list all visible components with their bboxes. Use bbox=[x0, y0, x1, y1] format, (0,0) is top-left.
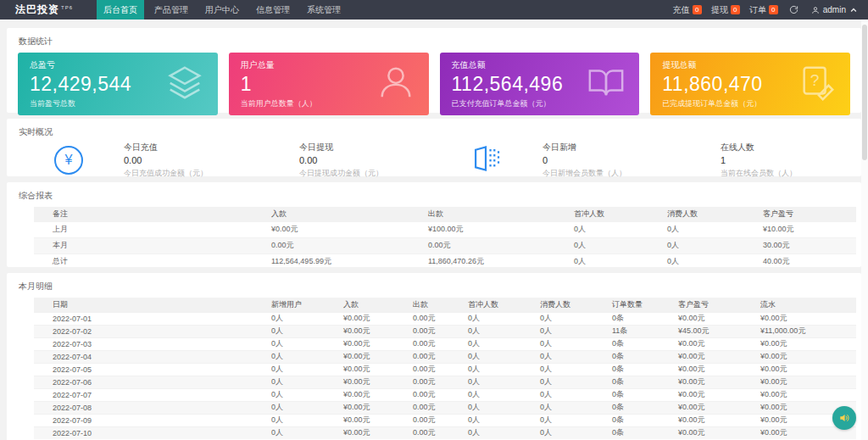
orders-label: 订单 bbox=[749, 4, 766, 16]
table-cell: ¥0.00元 bbox=[325, 337, 394, 350]
table-row: 2022-07-090人¥0.00元0.00元0人0人0条¥0.00元¥0.00… bbox=[34, 414, 856, 426]
table-cell: 0人 bbox=[253, 312, 325, 325]
table-cell: 2022-07-10 bbox=[34, 426, 253, 439]
table-cell: 0人 bbox=[253, 426, 325, 439]
orders-shortcut[interactable]: 订单 0 bbox=[749, 4, 778, 16]
app-logo-text: 法巴投资 bbox=[15, 3, 59, 17]
user-icon bbox=[376, 63, 415, 105]
online-members-stat: 在线人数 1 当前在线会员数（人） bbox=[721, 142, 858, 179]
nav-item-dashboard[interactable]: 后台首页 bbox=[97, 0, 144, 19]
table-cell: 0条 bbox=[593, 363, 659, 376]
column-header: 消费人数 bbox=[648, 207, 744, 221]
table-cell: ¥0.00元 bbox=[325, 426, 394, 439]
column-header: 首冲人数 bbox=[555, 207, 648, 221]
main-menu: 后台首页 产品管理 用户中心 信息管理 系统管理 bbox=[95, 0, 349, 19]
monthly-detail-panel: 本月明细 日期新增用户入款出款首冲人数消费人数订单数量客户盈亏流水 2022-0… bbox=[7, 273, 861, 440]
table-cell: 0人 bbox=[449, 312, 521, 325]
scrollbar[interactable] bbox=[861, 19, 868, 440]
table-cell: 0人 bbox=[253, 376, 325, 388]
layers-icon bbox=[165, 63, 204, 105]
table-cell: ¥0.00元 bbox=[325, 376, 394, 388]
table-cell: 2022-07-07 bbox=[34, 388, 253, 401]
announcement-float-button[interactable] bbox=[832, 406, 856, 430]
column-header: 消费人数 bbox=[521, 298, 593, 312]
table-cell: 0人 bbox=[253, 363, 325, 376]
table-cell: 2022-07-04 bbox=[34, 350, 253, 363]
table-cell: 0人 bbox=[521, 414, 593, 426]
stat-label: 今日充值 bbox=[124, 142, 259, 153]
table-cell: 0人 bbox=[449, 363, 521, 376]
summary-report-panel: 综合报表 备注入款出款首冲人数消费人数客户盈亏 上月¥0.00元¥100.00元… bbox=[7, 182, 861, 267]
table-cell: ¥45.00元 bbox=[659, 325, 742, 337]
realtime-title: 实时概况 bbox=[7, 119, 861, 138]
table-cell: ¥0.00元 bbox=[742, 388, 856, 401]
table-cell: 0.00元 bbox=[394, 363, 449, 376]
table-cell: 0条 bbox=[593, 376, 659, 388]
table-cell: ¥11,000.00元 bbox=[742, 325, 856, 337]
scrollbar-thumb[interactable] bbox=[862, 25, 867, 160]
column-header: 入款 bbox=[253, 207, 409, 221]
withdraw-total-card[interactable]: 提现总额 11,860,470 已完成提现订单总金额（元） ? bbox=[650, 53, 850, 115]
table-cell: 0人 bbox=[521, 388, 593, 401]
table-cell: 0.00元 bbox=[394, 414, 449, 426]
column-header: 日期 bbox=[34, 298, 253, 312]
table-row: 2022-07-100人¥0.00元0.00元0人0人0条¥0.00元¥0.00… bbox=[34, 426, 856, 439]
table-cell: ¥0.00元 bbox=[325, 388, 394, 401]
table-row: 2022-07-060人¥0.00元0.00元0人0人0条¥0.00元¥0.00… bbox=[34, 376, 856, 388]
stat-value: 0.00 bbox=[124, 155, 259, 165]
table-row: 2022-07-040人¥0.00元0.00元0人0人0条¥0.00元¥0.00… bbox=[34, 350, 856, 363]
refresh-icon[interactable] bbox=[789, 5, 798, 14]
table-cell: ¥0.00元 bbox=[742, 350, 856, 363]
column-header: 订单数量 bbox=[593, 298, 659, 312]
table-cell: ¥0.00元 bbox=[659, 376, 742, 388]
speaker-icon bbox=[838, 412, 850, 424]
table-cell: 本月 bbox=[34, 237, 253, 253]
user-menu[interactable]: admin bbox=[811, 5, 858, 14]
table-cell: 0人 bbox=[253, 388, 325, 401]
withdraw-shortcut[interactable]: 提现 0 bbox=[711, 4, 740, 16]
table-cell: ¥0.00元 bbox=[659, 350, 742, 363]
table-cell: 0人 bbox=[521, 325, 593, 337]
recharge-label: 充值 bbox=[673, 4, 690, 16]
stat-desc: 当前在线会员数（人） bbox=[721, 168, 858, 179]
column-header: 流水 bbox=[742, 298, 856, 312]
nav-item-users[interactable]: 用户中心 bbox=[198, 0, 246, 19]
table-cell: 0人 bbox=[253, 401, 325, 414]
table-cell: 0人 bbox=[253, 350, 325, 363]
yen-circle-icon: ¥ bbox=[54, 146, 83, 175]
table-cell: 0人 bbox=[521, 312, 593, 325]
nav-item-products[interactable]: 产品管理 bbox=[147, 0, 195, 19]
table-cell: ¥0.00元 bbox=[325, 325, 394, 337]
stat-desc: 今日充值成功金额（元） bbox=[124, 168, 259, 179]
realtime-row: ¥ 今日充值 0.00 今日充值成功金额（元） 今日提现 0.00 今日提现成功… bbox=[7, 142, 861, 179]
table-cell: 0人 bbox=[253, 325, 325, 337]
table-cell: ¥0.00元 bbox=[659, 414, 742, 426]
stat-cards-row: 总盈亏 12,429,544 当前盈亏总数 用户总量 1 当前用户总数量（人） … bbox=[14, 47, 861, 115]
column-header: 客户盈亏 bbox=[659, 298, 742, 312]
realtime-money-group: ¥ 今日充值 0.00 今日充值成功金额（元） 今日提现 0.00 今日提现成功… bbox=[7, 142, 434, 179]
user-total-card[interactable]: 用户总量 1 当前用户总数量（人） bbox=[229, 53, 429, 115]
nav-item-system[interactable]: 系统管理 bbox=[300, 0, 348, 19]
table-header-row: 备注入款出款首冲人数消费人数客户盈亏 bbox=[34, 207, 856, 221]
app-logo[interactable]: 法巴投资TP6 bbox=[0, 0, 95, 19]
orders-count-badge: 0 bbox=[769, 5, 778, 14]
recharge-total-card[interactable]: 充值总额 112,564,496 已支付充值订单总金额（元） bbox=[440, 53, 640, 115]
table-cell: 0人 bbox=[253, 337, 325, 350]
table-cell: 总计 bbox=[34, 253, 253, 270]
table-cell: 0条 bbox=[593, 414, 659, 426]
today-new-members-stat: 今日新增 0 今日新增会员数量（人） bbox=[542, 142, 680, 179]
summary-report-title: 综合报表 bbox=[7, 182, 861, 202]
recharge-shortcut[interactable]: 充值 0 bbox=[673, 4, 702, 16]
table-header-row: 日期新增用户入款出款首冲人数消费人数订单数量客户盈亏流水 bbox=[34, 298, 856, 312]
table-cell: 0人 bbox=[449, 414, 521, 426]
table-row: 2022-07-070人¥0.00元0.00元0人0人0条¥0.00元¥0.00… bbox=[34, 388, 856, 401]
table-cell: ¥10.00元 bbox=[744, 221, 856, 237]
table-cell: 0人 bbox=[555, 237, 648, 253]
table-cell: 2022-07-08 bbox=[34, 401, 253, 414]
table-cell: ¥0.00元 bbox=[253, 221, 409, 237]
column-header: 出款 bbox=[394, 298, 449, 312]
table-cell: ¥0.00元 bbox=[659, 363, 742, 376]
profit-total-card[interactable]: 总盈亏 12,429,544 当前盈亏总数 bbox=[18, 53, 218, 115]
nav-item-info[interactable]: 信息管理 bbox=[249, 0, 297, 19]
table-cell: 0人 bbox=[449, 426, 521, 439]
